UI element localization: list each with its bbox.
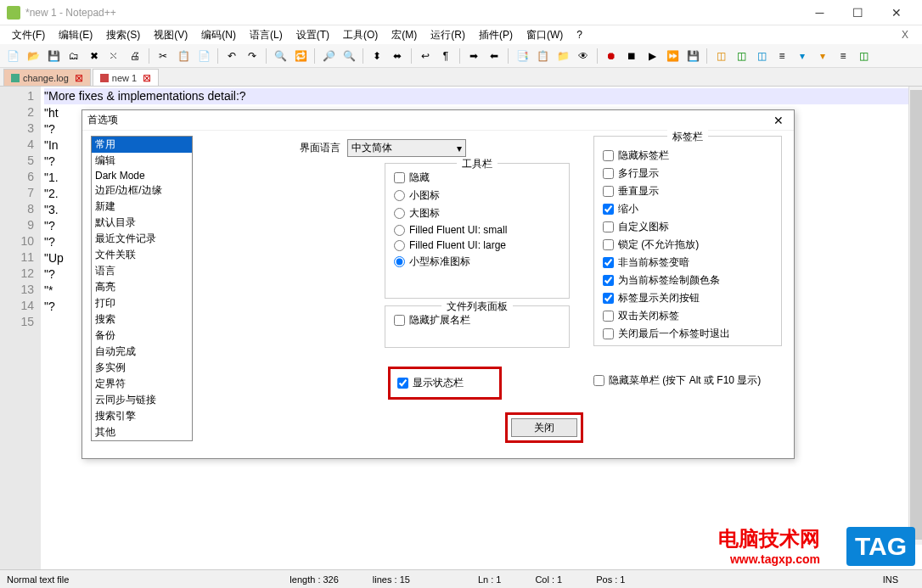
open-file-icon[interactable]: 📂 [25,48,42,64]
func-list-icon[interactable]: 📋 [534,48,551,64]
list-item[interactable]: 最近文件记录 [92,231,192,247]
checkbox[interactable] [603,168,614,179]
menu-macro[interactable]: 宏(M) [385,26,424,44]
menu-tools[interactable]: 工具(O) [336,26,385,44]
replace-icon[interactable]: 🔁 [292,48,309,64]
menu-file[interactable]: 文件(F) [5,26,52,44]
list-item[interactable]: 文件关联 [92,247,192,263]
toolbar-std-small-radio[interactable]: 小型标准图标 [394,253,560,271]
radio[interactable] [394,225,405,236]
toolbar-fluent-small-radio[interactable]: Filled Fluent UI: small [394,222,560,238]
print-icon[interactable]: 🖨 [126,48,143,64]
list-item[interactable]: 其他 [92,424,192,440]
show-all-icon[interactable]: ¶ [437,48,454,64]
close-all-icon[interactable]: ⛌ [106,48,123,64]
tabbar-show-close-checkbox[interactable]: 标签显示关闭按钮 [603,289,773,307]
save-icon[interactable]: 💾 [45,48,62,64]
minimize-button[interactable]: ─ [801,0,839,25]
menu-view[interactable]: 视图(V) [147,26,194,44]
checkbox[interactable] [603,257,614,268]
list-item[interactable]: 边距/边框/边缘 [92,182,192,199]
tab-close-icon[interactable]: ⊠ [75,72,83,84]
menu-help[interactable]: ? [570,27,589,42]
indent-icon[interactable]: ➡ [465,48,482,64]
checkbox[interactable] [394,172,405,183]
cut-icon[interactable]: ✂ [155,48,171,64]
tool4-icon[interactable]: ≡ [773,48,790,64]
radio[interactable] [394,208,405,219]
list-item[interactable]: 定界符 [92,376,192,392]
hide-menubar-checkbox[interactable]: 隐藏菜单栏 (按下 Alt 或 F10 显示) [593,372,761,389]
list-item[interactable]: 语言 [92,263,192,279]
tabbar-reduce-checkbox[interactable]: 缩小 [603,200,773,218]
checkbox[interactable] [394,315,405,326]
tool2-icon[interactable]: ◫ [733,48,750,64]
menu-plugins[interactable]: 插件(P) [472,26,520,44]
close-icon[interactable]: ✖ [86,48,103,64]
tab-new-1[interactable]: new 1 ⊠ [93,69,159,86]
list-item[interactable]: 搜索 [92,311,192,328]
checkbox[interactable] [603,186,614,197]
tool7-icon[interactable]: ≡ [835,48,852,64]
tabbar-close-last-exit-checkbox[interactable]: 关闭最后一个标签时退出 [603,325,773,343]
tab-change-log[interactable]: change.log ⊠ [3,69,91,86]
checkbox[interactable] [603,311,614,322]
tool5-icon[interactable]: ▾ [794,48,811,64]
toolbar-fluent-large-radio[interactable]: Filled Fluent UI: large [394,238,560,253]
tab-close-icon[interactable]: ⊠ [143,72,151,84]
tool3-icon[interactable]: ◫ [753,48,770,64]
checkbox[interactable] [603,150,614,161]
radio[interactable] [394,190,405,201]
filelist-hide-ext-checkbox[interactable]: 隐藏扩展名栏 [394,311,560,329]
menu-run[interactable]: 运行(R) [424,26,472,44]
redo-icon[interactable]: ↷ [244,48,261,64]
close-window-button[interactable]: ✕ [877,0,915,25]
list-item[interactable]: 编辑 [92,153,192,169]
monitor-icon[interactable]: 👁 [575,48,592,64]
checkbox[interactable] [603,293,614,304]
outdent-icon[interactable]: ⬅ [486,48,503,64]
preferences-category-list[interactable]: 常用 编辑 Dark Mode 边距/边框/边缘 新建 默认目录 最近文件记录 … [91,136,193,441]
undo-icon[interactable]: ↶ [223,48,240,64]
checkbox[interactable] [603,328,614,339]
doc-map-icon[interactable]: 📑 [514,48,531,64]
paste-icon[interactable]: 📄 [195,48,212,64]
menu-encoding[interactable]: 编码(N) [194,26,243,44]
show-statusbar-checkbox[interactable]: 显示状态栏 [397,374,464,392]
scrollbar-thumb[interactable] [910,90,922,540]
list-item[interactable]: 搜索引擎 [92,408,192,424]
wordwrap-icon[interactable]: ↩ [417,48,434,64]
list-item[interactable]: 默认目录 [92,215,192,231]
list-item[interactable]: 多实例 [92,360,192,376]
zoom-in-icon[interactable]: 🔎 [320,48,337,64]
menu-edit[interactable]: 编辑(E) [52,26,99,44]
ui-language-dropdown[interactable]: 中文简体 ▾ [347,139,466,157]
list-item[interactable]: 云同步与链接 [92,392,192,408]
dialog-close-button[interactable]: 关闭 [511,418,577,437]
record-icon[interactable]: ⏺ [603,48,620,64]
checkbox[interactable] [603,239,614,250]
zoom-out-icon[interactable]: 🔍 [340,48,357,64]
checkbox[interactable] [603,275,614,286]
maximize-button[interactable]: ☐ [839,0,877,25]
folder-icon[interactable]: 📁 [554,48,571,64]
list-item[interactable]: 新建 [92,199,192,215]
radio[interactable] [394,256,405,267]
sync-h-icon[interactable]: ⬌ [389,48,406,64]
tabbar-lock-checkbox[interactable]: 锁定 (不允许拖放) [603,236,773,254]
new-file-icon[interactable]: 📄 [4,48,21,64]
sync-v-icon[interactable]: ⬍ [368,48,385,64]
list-item[interactable]: 自动完成 [92,344,192,360]
menu-window[interactable]: 窗口(W) [520,26,570,44]
tool1-icon[interactable]: ◫ [712,48,729,64]
list-item[interactable]: 高亮 [92,279,192,295]
save-all-icon[interactable]: 🗂 [65,48,82,64]
find-icon[interactable]: 🔍 [272,48,289,64]
menu-language[interactable]: 语言(L) [243,26,290,44]
vertical-scrollbar[interactable] [908,87,922,545]
checkbox[interactable] [603,221,614,232]
tabbar-vertical-checkbox[interactable]: 垂直显示 [603,182,773,200]
play-multi-icon[interactable]: ⏩ [664,48,681,64]
list-item-general[interactable]: 常用 [92,137,192,153]
tool8-icon[interactable]: ◫ [855,48,872,64]
